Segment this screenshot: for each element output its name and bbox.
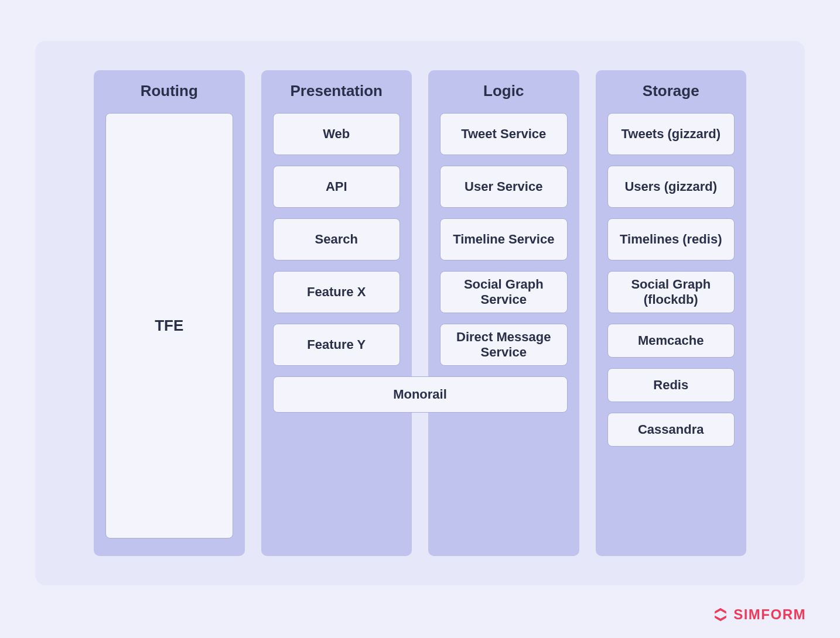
presentation-box: API [273,166,401,208]
logic-box: User Service [440,166,568,208]
logic-box: Direct Message Service [440,324,568,366]
logic-box: Tweet Service [440,113,568,155]
column-logic: Logic Tweet Service User Service Timelin… [428,70,579,556]
logic-box: Social Graph Service [440,271,568,313]
column-title: Logic [440,82,568,100]
column-title: Routing [105,82,233,100]
storage-box: Memcache [607,324,735,358]
storage-box: Users (gizzard) [607,166,735,208]
storage-stack: Tweets (gizzard) Users (gizzard) Timelin… [607,113,735,447]
logic-stack: Tweet Service User Service Timeline Serv… [440,113,568,366]
column-title: Storage [607,82,735,100]
brand-logo: SIMFORM [712,606,806,623]
brand-logo-icon [712,606,729,623]
brand-name: SIMFORM [733,606,806,623]
storage-box: Timelines (redis) [607,218,735,260]
columns-container: Routing TFE Presentation Web API Search … [94,70,746,556]
storage-box: Cassandra [607,413,735,447]
storage-box: Social Graph (flockdb) [607,271,735,313]
column-routing: Routing TFE [94,70,245,556]
routing-box-tfe: TFE [105,113,233,538]
column-title: Presentation [273,82,401,100]
storage-box: Redis [607,368,735,402]
storage-box: Tweets (gizzard) [607,113,735,155]
presentation-box: Feature X [273,271,401,313]
spanning-box-monorail: Monorail [273,376,568,413]
presentation-box: Feature Y [273,324,401,366]
presentation-box: Search [273,218,401,260]
presentation-box: Web [273,113,401,155]
logic-box: Timeline Service [440,218,568,260]
presentation-stack: Web API Search Feature X Feature Y [273,113,401,366]
column-presentation: Presentation Web API Search Feature X Fe… [261,70,412,556]
diagram-panel: Routing TFE Presentation Web API Search … [35,41,805,585]
column-storage: Storage Tweets (gizzard) Users (gizzard)… [596,70,747,556]
